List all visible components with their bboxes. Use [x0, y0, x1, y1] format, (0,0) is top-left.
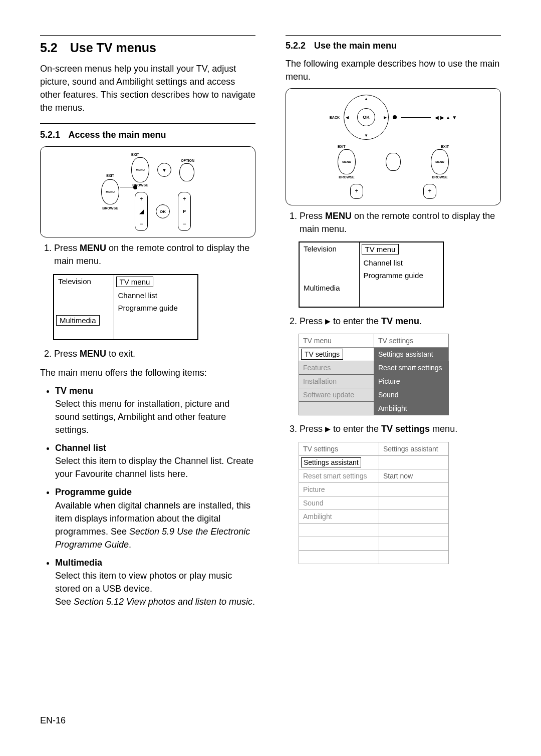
tv-settings-table: TV settingsSettings assistant Settings a… — [299, 442, 449, 564]
right-column: 5.2.2 Use the main menu The following ex… — [286, 35, 501, 613]
page-footer: EN-16 — [40, 715, 66, 726]
dot-icon — [393, 115, 397, 119]
remote-rocker-left: + — [350, 184, 363, 199]
subsection-title-r: Use the main menu — [314, 41, 397, 51]
remote-nav-pad: ▲ ▼ ◀ ▶ OK — [344, 95, 389, 140]
main-menu-items: TV menu Select this menu for installatio… — [40, 384, 255, 609]
menu-channel-list: Channel list — [114, 289, 198, 302]
steps-list-1b: Press MENU to exit. — [40, 347, 255, 360]
remote-menu-button-right: MENU — [431, 149, 449, 174]
menu-tv-menu-selected: TV menu — [116, 277, 154, 287]
steps-list-r2: Press ▶ to enter the TV menu. — [286, 315, 501, 328]
section-divider — [40, 35, 255, 36]
section-heading: 5.2 Use TV menus — [40, 41, 255, 55]
subsection-number: 5.2.1 — [40, 130, 60, 140]
item-channel-list: Channel list Select this item to display… — [55, 441, 255, 480]
subsection-heading-r: 5.2.2 Use the main menu — [286, 41, 501, 51]
offers-text: The main menu offers the following items… — [40, 366, 255, 379]
nav-up-icon: ▲ — [364, 97, 368, 101]
remote-program-rocker: + P − — [178, 192, 191, 231]
right-triangle-icon-2: ▶ — [325, 424, 331, 434]
remote-option-button — [179, 163, 194, 181]
left-column: 5.2 Use TV menus On-screen menus help yo… — [40, 35, 255, 613]
step-2: Press MENU to exit. — [54, 347, 255, 360]
menu-television-cell: Television — [54, 275, 114, 314]
remote-option-button-2 — [386, 153, 401, 171]
remote-menu-button-left: MENU — [338, 149, 356, 174]
steps-list-r3: Press ▶ to enter the TV settings menu. — [286, 422, 501, 435]
steps-list-r1: Press MENU on the remote control to disp… — [286, 209, 501, 235]
item-programme-guide: Programme guide Available when digital c… — [55, 485, 255, 551]
remote-exit-label: EXIT — [106, 174, 114, 177]
remote-menu-button: MENU — [101, 179, 119, 204]
remote-back-label: BACK — [330, 116, 340, 119]
remote-ok-button: OK — [156, 204, 170, 218]
remote-ok-button-2: OK — [357, 108, 375, 126]
nav-down-icon: ▼ — [364, 133, 368, 138]
subsection-title: Access the main menu — [68, 130, 166, 140]
subsection-number-r: 5.2.2 — [286, 41, 306, 51]
nav-right-icon: ▶ — [384, 115, 387, 120]
item-multimedia: Multimedia Select this item to view phot… — [55, 556, 255, 608]
section-title: Use TV menus — [70, 41, 156, 55]
arrows-label: ◀ ▶ ▲ ▼ — [435, 115, 457, 120]
step-r3: Press ▶ to enter the TV settings menu. — [300, 422, 501, 435]
section-intro: On-screen menus help you install your TV… — [40, 62, 255, 114]
remote-browse-label: BROWSE — [102, 206, 118, 210]
main-menu-table-r: Television TV menu Channel list Programm… — [299, 241, 444, 308]
intro-r: The following example describes how to u… — [286, 57, 501, 83]
right-triangle-icon: ▶ — [325, 316, 331, 326]
remote-diagram-1: EXIT MENU BROWSE EXIT MENU — [40, 146, 255, 237]
nav-left-icon: ◀ — [346, 115, 349, 120]
remote-diagram-2: BACK ▲ ▼ ◀ ▶ OK ◀ ▶ ▲ ▼ — [286, 88, 501, 205]
step-1: Press MENU on the remote control to disp… — [54, 241, 255, 268]
remote-down-button: ▼ — [157, 163, 171, 177]
menu-programme-guide: Programme guide — [114, 302, 198, 314]
steps-list-1: Press MENU on the remote control to disp… — [40, 241, 255, 268]
remote-volume-rocker: + ◢ − — [135, 192, 148, 231]
item-tv-menu: TV menu Select this menu for installatio… — [55, 384, 255, 436]
step-r2: Press ▶ to enter the TV menu. — [300, 315, 501, 328]
menu-multimedia: Multimedia — [54, 314, 114, 327]
subsection-divider — [40, 123, 255, 124]
tv-menu-table: TV menuTV settings TV settingsSettings a… — [299, 334, 449, 415]
section-number: 5.2 — [40, 41, 58, 55]
remote-menu-button-2: MENU — [131, 157, 149, 182]
subsection-heading: 5.2.1 Access the main menu — [40, 130, 255, 140]
section-divider-r — [286, 35, 501, 36]
remote-rocker-right: + — [423, 184, 436, 199]
main-menu-table: Television TV menu Channel list Programm… — [53, 274, 198, 340]
step-r1: Press MENU on the remote control to disp… — [300, 209, 501, 235]
